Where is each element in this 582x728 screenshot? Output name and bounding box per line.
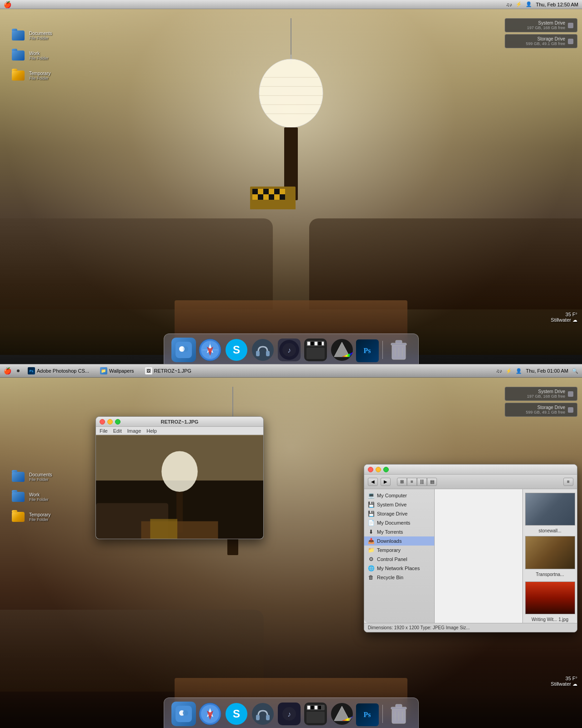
dock-skype-top[interactable]: S (224, 338, 249, 362)
temporary-label-bottom: Temporary (29, 512, 50, 517)
documents-label-top: Documents (29, 31, 52, 36)
fb-settings-btn[interactable]: ≡ (563, 478, 573, 486)
window-max-btn[interactable] (115, 419, 120, 425)
fb-item-downloads[interactable]: 📥 Downloads (364, 536, 434, 546)
drive-widget-system-top[interactable]: System Drive 197 GB, 168 GB free (505, 18, 577, 32)
desktop-icon-temporary-bottom[interactable]: Temporary File Folder (9, 509, 54, 525)
dock-claquette-bottom[interactable] (303, 702, 328, 726)
taskbar-apple[interactable]: 🍎 (4, 367, 11, 374)
menu-file[interactable]: File (100, 428, 108, 434)
fb-item-recycle-bin[interactable]: 🗑 Recycle Bin (364, 573, 434, 582)
menubar-left: 🍎 (4, 1, 11, 8)
wallpapers-app-icon: 📁 (100, 367, 107, 374)
taskbar-search-icon[interactable]: 🔍 (572, 368, 578, 374)
skype-icon-svg: S (225, 339, 248, 361)
fb-max-btn[interactable] (383, 467, 389, 472)
dock-separator-bottom (382, 705, 383, 723)
finder-icon-svg (176, 342, 192, 358)
temporary-icon-bottom (11, 510, 25, 524)
svg-rect-18 (263, 194, 269, 200)
fb-item-my-torrents[interactable]: ⬇ My Torrents (364, 527, 434, 536)
svg-rect-90 (307, 706, 310, 709)
dock-headphones-top[interactable] (251, 338, 275, 362)
desktop-icon-work-top[interactable]: Work File Folder (9, 47, 54, 64)
svg-rect-11 (258, 189, 263, 194)
dock-trash-top[interactable] (386, 338, 411, 362)
desktop-icon-work-bottom[interactable]: Work File Folder (9, 489, 54, 505)
dock-claquette-top[interactable] (303, 338, 328, 362)
retroz-app-icon: 🖼 (145, 367, 152, 374)
fb-cover-view-btn[interactable]: ▤ (427, 478, 437, 486)
weather-location-top: Stillwater (551, 317, 571, 323)
dock-skype-bottom[interactable]: S (224, 702, 249, 726)
desktop-icon-documents-bottom[interactable]: Documents File Folder (9, 469, 54, 485)
fb-back-btn[interactable]: ◀ (368, 478, 378, 486)
drive-widgets-bottom: System Drive 197 GB, 168 GB free Storage… (505, 387, 577, 417)
fb-close-btn[interactable] (368, 467, 373, 472)
taskbar-user: 👤 (516, 368, 522, 374)
skype-icon-bottom-svg: S (225, 703, 248, 725)
fb-min-btn[interactable] (376, 467, 381, 472)
storage-drive-indicator-top (568, 39, 573, 44)
svg-rect-47 (322, 342, 324, 345)
fb-item-system-drive[interactable]: 💾 System Drive (364, 500, 434, 509)
taskbar-app-retroz[interactable]: 🖼 RETROZ~1.JPG (142, 366, 194, 375)
menu-image[interactable]: Image (127, 428, 141, 434)
fb-list-view-btn[interactable]: ≡ (407, 478, 417, 486)
fb-sidebar: 💻 My Computer 💾 System Drive 💾 Storage D… (364, 489, 435, 623)
desktop-icon-temporary-top[interactable]: Temporary File Folder (9, 67, 54, 84)
svg-rect-94 (306, 712, 325, 723)
downloads-sidebar-icon: 📥 (368, 538, 374, 544)
drive-widget-storage-bottom[interactable]: Storage Drive 599 GB, 49.1 GB free (505, 403, 577, 417)
taskbar-right: ♫♪ ⚡ 👤 Thu, Feb 01:00 AM 🔍 (496, 368, 578, 374)
fb-item-my-computer[interactable]: 💻 My Computer (364, 491, 434, 500)
fb-item-my-documents[interactable]: 📄 My Documents (364, 518, 434, 527)
claquette-icon-svg (304, 339, 327, 361)
dock-finder-bottom[interactable] (171, 702, 196, 726)
menu-edit[interactable]: Edit (113, 428, 122, 434)
fb-status-text: Dimensions: 1920 x 1200 Type: JPEG Image… (368, 625, 470, 630)
drive-widget-system-bottom[interactable]: System Drive 197 GB, 168 GB free (505, 387, 577, 401)
svg-rect-92 (315, 706, 317, 709)
fb-icon-view-btn[interactable]: ⊞ (397, 478, 407, 486)
menu-help[interactable]: Help (146, 428, 157, 434)
dock-safari-bottom[interactable] (198, 702, 222, 726)
ps-text-bottom: Ps (364, 711, 371, 719)
taskbar-app-wallpapers[interactable]: 📁 Wallpapers (97, 366, 137, 375)
dock-trash-bottom[interactable] (386, 702, 411, 726)
dock-prism-bottom[interactable] (330, 702, 354, 726)
dock-finder-top[interactable] (171, 338, 196, 362)
dock-itunes-bottom[interactable]: ♪ (277, 702, 301, 726)
drive-widget-storage-top[interactable]: Storage Drive 599 GB, 49.1 GB free (505, 34, 577, 48)
dock-headphones-bottom[interactable] (251, 702, 275, 726)
dock-safari-top[interactable] (198, 338, 222, 362)
image-preview (96, 435, 263, 539)
dock-itunes-top[interactable]: ♪ (277, 338, 301, 362)
svg-point-75 (183, 710, 188, 716)
fb-item-temporary[interactable]: 📁 Temporary (364, 546, 434, 555)
fb-item-network[interactable]: 🌐 My Network Places (364, 564, 434, 573)
fb-item-storage-drive-label: Storage Drive (377, 511, 407, 516)
system-drive-indicator-top (568, 23, 573, 28)
fb-item-temporary-label: Temporary (377, 547, 401, 553)
fb-preview-thumb-3 (525, 581, 575, 614)
apple-menu-top[interactable]: 🍎 (4, 1, 11, 8)
fb-item-storage-drive[interactable]: 💾 Storage Drive (364, 509, 434, 518)
fb-forward-btn[interactable]: ▶ (381, 478, 391, 486)
svg-rect-93 (318, 706, 321, 709)
taskbar-app-photoshop[interactable]: Ps Adobe Photoshop CS... (25, 366, 92, 375)
window-close-btn[interactable] (100, 419, 105, 425)
desktop-icon-documents-top[interactable]: Documents File Folder (9, 27, 54, 44)
trash-icon-bottom-svg (387, 703, 410, 725)
sofa-left (0, 218, 273, 309)
svg-rect-17 (258, 194, 263, 200)
dock-prism-top[interactable] (330, 338, 354, 362)
menubar-right-top: ♫♪ ⚡ 👤 Thu, Feb 12:50 AM (506, 1, 578, 7)
menubar-top: 🍎 ♫♪ ⚡ 👤 Thu, Feb 12:50 AM (0, 0, 582, 9)
fb-item-control-panel[interactable]: ⚙ Control Panel (364, 555, 434, 564)
preview-svg (96, 435, 263, 539)
window-min-btn[interactable] (107, 419, 113, 425)
dock-photoshop-top[interactable]: Ps (356, 339, 379, 362)
dock-photoshop-bottom[interactable]: Ps (356, 703, 379, 726)
fb-column-view-btn[interactable]: ||| (417, 478, 427, 486)
